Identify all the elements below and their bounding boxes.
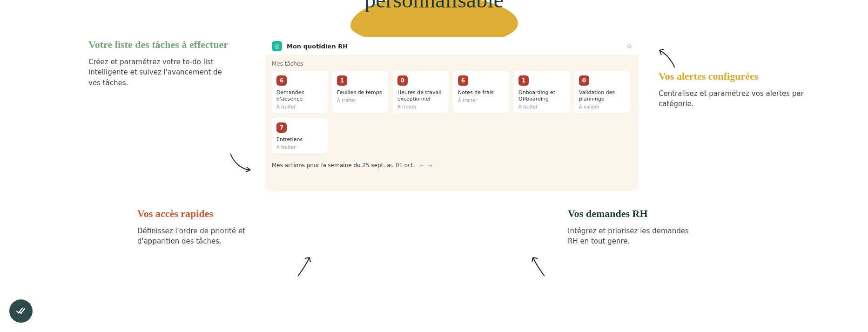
task-card[interactable]: 1 Onboarding et Offboarding À traiter bbox=[514, 71, 570, 113]
callout-top-right: Vos alertes configurées Centralisez et p… bbox=[659, 70, 817, 109]
accessibility-fab-button[interactable] bbox=[9, 299, 33, 323]
actions-label: Mes actions pour la semaine du 25 sept. … bbox=[272, 162, 415, 169]
task-card-title: Onboarding et Offboarding bbox=[518, 89, 565, 102]
callout-title: Vos demandes RH bbox=[568, 207, 689, 220]
arrow-icon bbox=[228, 151, 256, 175]
callout-title: Vos accès rapides bbox=[137, 207, 258, 220]
task-card[interactable]: 1 Feuilles de temps À traiter bbox=[332, 71, 388, 113]
task-card[interactable]: 0 Heures de travail exceptionnel À trait… bbox=[393, 71, 449, 113]
task-card-title: Entretiens bbox=[276, 136, 323, 143]
arrow-icon bbox=[654, 47, 680, 72]
app-logo-icon: ◎ bbox=[272, 41, 282, 51]
count-badge: 1 bbox=[518, 75, 529, 86]
next-week-button[interactable]: → bbox=[427, 162, 432, 169]
task-card-subtitle: À traiter bbox=[397, 104, 444, 109]
panel-header: ◎ Mon quotidien RH ⚙ bbox=[265, 37, 639, 55]
task-card-subtitle: À traiter bbox=[518, 104, 565, 109]
callout-title: Votre liste des tâches à effectuer bbox=[88, 38, 228, 51]
callout-body: Centralisez et paramétrez vos alertes pa… bbox=[659, 88, 817, 109]
prev-week-button[interactable]: ← bbox=[419, 162, 424, 169]
task-card-subtitle: À traiter bbox=[458, 98, 505, 103]
arrow-icon bbox=[526, 254, 549, 279]
callout-top-left: Votre liste des tâches à effectuer Créez… bbox=[88, 38, 228, 88]
task-card-title: Notes de frais bbox=[458, 89, 505, 96]
count-badge: 0 bbox=[579, 75, 589, 86]
callout-title: Vos alertes configurées bbox=[659, 70, 817, 83]
task-card[interactable]: 6 Notes de frais À traiter bbox=[453, 71, 509, 113]
task-card[interactable]: 6 Demandes d'absence À traiter bbox=[272, 71, 328, 113]
task-card-subtitle: À valider bbox=[579, 104, 626, 109]
task-cards-grid: 6 Demandes d'absence À traiter 1 Feuille… bbox=[272, 71, 632, 154]
count-badge: 0 bbox=[397, 75, 408, 86]
task-card-title: Validation des plannings bbox=[579, 89, 626, 102]
task-card-title: Feuilles de temps bbox=[337, 89, 384, 96]
task-card-title: Heures de travail exceptionnel bbox=[397, 89, 444, 102]
task-card[interactable]: 7 Entretiens À traiter bbox=[272, 118, 328, 154]
callout-bottom-right: Vos demandes RH Intégrez et priorisez le… bbox=[568, 207, 689, 247]
task-card-subtitle: À traiter bbox=[276, 104, 323, 109]
callout-body: Définissez l'ordre de priorité et d'appa… bbox=[137, 226, 258, 247]
count-badge: 7 bbox=[276, 122, 287, 133]
count-badge: 6 bbox=[458, 75, 468, 86]
count-badge: 6 bbox=[276, 75, 287, 86]
count-badge: 1 bbox=[337, 75, 347, 86]
tasks-section-label: Mes tâches bbox=[272, 61, 632, 67]
task-card-subtitle: À traiter bbox=[337, 98, 384, 103]
arrow-icon bbox=[293, 254, 316, 279]
callout-body: Créez et paramétrez votre to-do list int… bbox=[88, 57, 228, 88]
app-panel: ◎ Mon quotidien RH ⚙ Mes tâches 6 Demand… bbox=[265, 37, 639, 191]
week-actions-row: Mes actions pour la semaine du 25 sept. … bbox=[272, 162, 632, 169]
task-card[interactable]: 0 Validation des plannings À valider bbox=[574, 71, 630, 113]
task-card-title: Demandes d'absence bbox=[276, 89, 323, 102]
callout-bottom-left: Vos accès rapides Définissez l'ordre de … bbox=[137, 207, 258, 247]
checkmarks-icon bbox=[15, 305, 27, 317]
callout-body: Intégrez et priorisez les demandes RH en… bbox=[568, 226, 689, 247]
settings-icon[interactable]: ⚙ bbox=[626, 43, 632, 50]
task-card-subtitle: À traiter bbox=[276, 145, 323, 150]
panel-title: Mon quotidien RH bbox=[287, 43, 348, 50]
